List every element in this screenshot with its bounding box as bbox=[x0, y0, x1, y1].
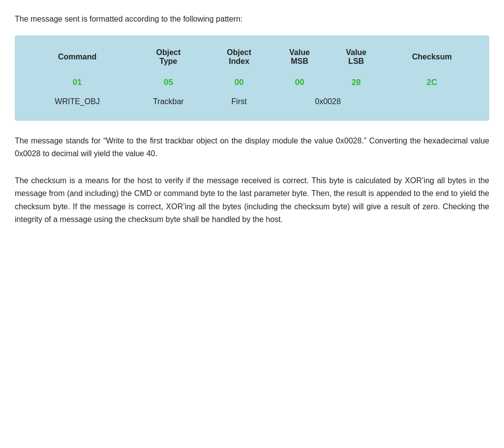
col-header-object-type: ObjectType bbox=[130, 43, 207, 73]
intro-paragraph: The message sent is formatted according … bbox=[15, 15, 489, 24]
hex-values-row: 01 05 00 00 28 2C bbox=[25, 73, 479, 92]
hex-checksum: 2C bbox=[385, 73, 479, 92]
col-header-value-lsb: ValueLSB bbox=[328, 43, 385, 73]
label-object-type: Trackbar bbox=[130, 92, 207, 111]
label-command: WRITE_OBJ bbox=[25, 92, 130, 111]
message-table: Command ObjectType ObjectIndex ValueMSB … bbox=[25, 43, 479, 111]
label-object-index: First bbox=[207, 92, 271, 111]
col-header-checksum: Checksum bbox=[385, 43, 479, 73]
hex-command: 01 bbox=[25, 73, 130, 92]
label-checksum-empty bbox=[385, 92, 479, 111]
message-table-container: Command ObjectType ObjectIndex ValueMSB … bbox=[15, 35, 489, 121]
col-header-object-index: ObjectIndex bbox=[207, 43, 271, 73]
hex-object-index: 00 bbox=[207, 73, 271, 92]
hex-value-lsb: 28 bbox=[328, 73, 385, 92]
hex-value-msb: 00 bbox=[271, 73, 328, 92]
paragraph-1: The message stands for “Write to the fir… bbox=[15, 135, 489, 161]
label-values-row: WRITE_OBJ Trackbar First 0x0028 bbox=[25, 92, 479, 111]
hex-object-type: 05 bbox=[130, 73, 207, 92]
col-header-value-msb: ValueMSB bbox=[271, 43, 328, 73]
label-value-combined: 0x0028 bbox=[271, 92, 385, 111]
col-header-command: Command bbox=[25, 43, 130, 73]
paragraph-2: The checksum is a means for the host to … bbox=[15, 174, 489, 226]
